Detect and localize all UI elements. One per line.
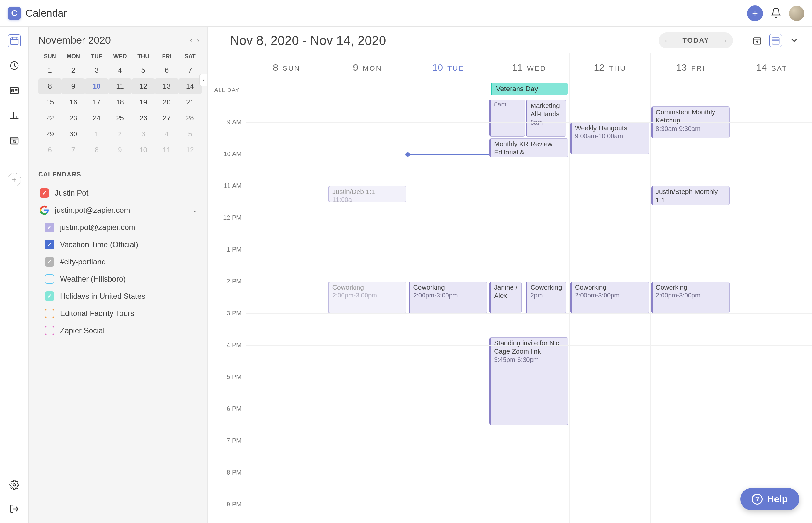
- rail-logout[interactable]: [8, 503, 21, 515]
- calendar-checkbox[interactable]: [45, 309, 54, 318]
- mini-day[interactable]: 7: [178, 62, 202, 78]
- allday-cell[interactable]: [569, 81, 650, 100]
- calendar-event[interactable]: Coworking2:00pm-3:00pm: [328, 282, 407, 313]
- mini-day[interactable]: 21: [178, 94, 202, 110]
- mini-day[interactable]: 15: [38, 94, 61, 110]
- day-header[interactable]: 14SAT: [731, 53, 812, 80]
- today-button[interactable]: TODAY: [673, 36, 718, 44]
- calendar-event[interactable]: Coworking2:00pm-3:00pm: [651, 282, 730, 313]
- brand[interactable]: C Calendar: [8, 7, 67, 20]
- day-header[interactable]: 10TUE: [408, 53, 489, 80]
- calendar-row[interactable]: ✓#city-portland: [38, 253, 202, 270]
- mini-day[interactable]: 11: [155, 142, 178, 158]
- mini-prev-button[interactable]: ‹: [188, 35, 195, 45]
- day-column[interactable]: Coworking2:00pm-3:00pm: [408, 100, 489, 523]
- calendar-event[interactable]: Justin/Deb 1:111:00a: [328, 186, 407, 202]
- calendar-event[interactable]: Commstent Monthly Ketchup8:30am-9:30am: [651, 106, 730, 138]
- day-header[interactable]: 8SUN: [246, 53, 327, 80]
- calendar-row[interactable]: justin.pot@zapier.com⌄: [38, 202, 202, 219]
- rail-scheduling[interactable]: [8, 59, 21, 72]
- mini-day[interactable]: 1: [38, 62, 61, 78]
- day-column[interactable]: Justin/Deb 1:111:00aCoworking2:00pm-3:00…: [327, 100, 408, 523]
- calendar-checkbox[interactable]: [45, 326, 54, 336]
- mini-day[interactable]: 16: [61, 94, 85, 110]
- rail-calendar[interactable]: [8, 34, 21, 47]
- day-header[interactable]: 12THU: [569, 53, 650, 80]
- rail-contacts[interactable]: [8, 84, 21, 97]
- mini-day[interactable]: 17: [85, 94, 108, 110]
- mini-day[interactable]: 20: [155, 94, 178, 110]
- allday-cell[interactable]: [650, 81, 731, 100]
- help-button[interactable]: ? Help: [740, 488, 799, 510]
- allday-cell[interactable]: [408, 81, 489, 100]
- collapse-sidebar-button[interactable]: ‹: [199, 74, 208, 86]
- calendar-row[interactable]: Zapier Social: [38, 322, 202, 339]
- mini-day[interactable]: 28: [178, 110, 202, 126]
- allday-cell[interactable]: [246, 81, 327, 100]
- day-column[interactable]: [731, 100, 812, 523]
- calendar-checkbox[interactable]: ✓: [39, 188, 49, 198]
- week-grid[interactable]: 9 AM10 AM11 AM12 PM1 PM2 PM3 PM4 PM5 PM6…: [208, 100, 812, 523]
- mini-day[interactable]: 7: [61, 142, 85, 158]
- view-month-button[interactable]: [751, 34, 763, 47]
- mini-day[interactable]: 12: [178, 142, 202, 158]
- mini-day[interactable]: 10: [131, 142, 155, 158]
- chevron-down-icon[interactable]: ⌄: [193, 207, 200, 214]
- mini-day[interactable]: 5: [131, 62, 155, 78]
- day-header[interactable]: 13FRI: [650, 53, 731, 80]
- mini-day[interactable]: 22: [38, 110, 61, 126]
- day-column[interactable]: groceries8amMarketing All-Hands8amMonthl…: [489, 100, 569, 523]
- calendar-checkbox[interactable]: [45, 274, 54, 284]
- day-header[interactable]: 9MON: [327, 53, 408, 80]
- calendar-row[interactable]: ✓Justin Pot: [38, 184, 202, 202]
- calendar-row[interactable]: ✓justin.pot@zapier.com: [38, 219, 202, 236]
- calendar-event[interactable]: Weekly Hangouts9:00am-10:00am: [570, 122, 649, 154]
- add-event-button[interactable]: +: [747, 5, 763, 21]
- day-column[interactable]: [246, 100, 327, 523]
- mini-day[interactable]: 19: [131, 94, 155, 110]
- mini-day[interactable]: 4: [108, 62, 131, 78]
- calendar-event[interactable]: Coworking2:00pm-3:00pm: [409, 282, 487, 313]
- calendar-event[interactable]: groceries8am: [490, 100, 525, 137]
- calendar-event[interactable]: Janine / Alex: [490, 282, 522, 313]
- mini-day[interactable]: 30: [61, 126, 85, 142]
- rail-settings[interactable]: [8, 479, 21, 491]
- mini-day[interactable]: 26: [131, 110, 155, 126]
- calendar-event[interactable]: Marketing All-Hands8am: [526, 100, 566, 137]
- day-column[interactable]: Commstent Monthly Ketchup8:30am-9:30amJu…: [650, 100, 731, 523]
- mini-day[interactable]: 6: [38, 142, 61, 158]
- calendar-row[interactable]: Editorial Facility Tours: [38, 305, 202, 322]
- calendar-checkbox[interactable]: ✓: [45, 291, 54, 301]
- calendar-event[interactable]: Coworking2pm: [526, 282, 566, 313]
- mini-day[interactable]: 29: [38, 126, 61, 142]
- calendar-row[interactable]: ✓Vacation Time (Official): [38, 236, 202, 253]
- prev-week-button[interactable]: ‹: [659, 33, 673, 49]
- calendar-row[interactable]: ✓Holidays in United States: [38, 288, 202, 305]
- calendar-row[interactable]: Weather (Hillsboro): [38, 270, 202, 288]
- rail-find-time[interactable]: [8, 134, 21, 146]
- rail-analytics[interactable]: [8, 109, 21, 122]
- rail-add-button[interactable]: +: [8, 173, 21, 186]
- view-dropdown-button[interactable]: [788, 34, 800, 47]
- mini-day[interactable]: 12: [131, 78, 155, 94]
- calendar-event[interactable]: Justin/Steph Monthly 1:11: [651, 186, 730, 205]
- day-header[interactable]: 11WED: [489, 53, 569, 80]
- mini-day[interactable]: 6: [155, 62, 178, 78]
- calendar-checkbox[interactable]: ✓: [45, 223, 54, 232]
- calendar-event[interactable]: Standing invite for Nic Cage Zoom link3:…: [490, 337, 568, 425]
- calendar-checkbox[interactable]: ✓: [45, 257, 54, 267]
- mini-day[interactable]: 5: [178, 126, 202, 142]
- mini-day[interactable]: 18: [108, 94, 131, 110]
- avatar[interactable]: [789, 6, 804, 21]
- mini-day[interactable]: 1: [85, 126, 108, 142]
- day-column[interactable]: Weekly Hangouts9:00am-10:00amCoworking2:…: [569, 100, 650, 523]
- view-week-button[interactable]: [769, 34, 782, 47]
- next-week-button[interactable]: ›: [718, 33, 733, 49]
- allday-event[interactable]: Veterans Day: [491, 83, 568, 95]
- mini-next-button[interactable]: ›: [194, 35, 202, 45]
- mini-day[interactable]: 3: [131, 126, 155, 142]
- mini-day[interactable]: 13: [155, 78, 178, 94]
- allday-cell[interactable]: [731, 81, 812, 100]
- mini-day[interactable]: 3: [85, 62, 108, 78]
- mini-day[interactable]: 8: [38, 78, 61, 94]
